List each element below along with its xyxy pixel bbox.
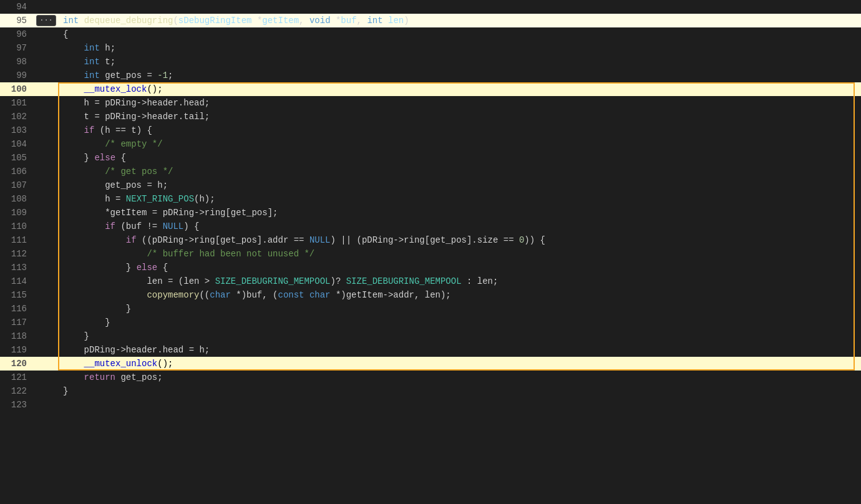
code-line: 113 } else {	[0, 261, 861, 274]
three-dots-area	[34, 316, 58, 329]
line-content: len = (len > SIZE_DEBUGRING_MEMPOOL)? SI…	[58, 274, 861, 288]
line-content	[58, 398, 861, 412]
code-line: 123	[0, 398, 861, 412]
code-line: 117 }	[0, 316, 861, 329]
three-dots-area	[34, 206, 58, 220]
code-line: 119 pDRing->header.head = h;	[0, 343, 861, 357]
code-line: 112 /* buffer had been not unused */	[0, 247, 861, 261]
line-number: 123	[0, 398, 34, 412]
code-area[interactable]: 94 95 ··· int dequeue_debugring(sDebugRi…	[0, 0, 861, 504]
line-number: 98	[0, 55, 34, 69]
code-line: 111 if ((pDRing->ring[get_pos].addr == N…	[0, 233, 861, 247]
code-line: 104 /* empty */	[0, 137, 861, 151]
line-number: 103	[0, 124, 34, 137]
line-number: 99	[0, 69, 34, 82]
three-dots-area	[34, 371, 58, 384]
three-dots-area	[34, 27, 58, 41]
line-number: 101	[0, 96, 34, 110]
code-line: 118 }	[0, 329, 861, 343]
line-number: 110	[0, 220, 34, 233]
line-content: /* get pos */	[58, 165, 861, 178]
three-dots-area	[34, 247, 58, 261]
three-dots-area	[34, 357, 58, 371]
code-line: 122 }	[0, 384, 861, 398]
code-line: 114 len = (len > SIZE_DEBUGRING_MEMPOOL)…	[0, 274, 861, 288]
code-line: 102 t = pDRing->header.tail;	[0, 110, 861, 124]
line-number: 119	[0, 343, 34, 357]
three-dots-area	[34, 165, 58, 178]
code-line: 110 if (buf != NULL) {	[0, 220, 861, 233]
line-number: 100	[0, 82, 34, 96]
line-content: if (buf != NULL) {	[58, 220, 861, 233]
line-number: 117	[0, 316, 34, 329]
line-content	[58, 0, 861, 14]
code-line: 105 } else {	[0, 151, 861, 165]
code-line: 115 copymemory((char *)buf, (const char …	[0, 288, 861, 302]
line-number: 114	[0, 274, 34, 288]
code-line: 103 if (h == t) {	[0, 124, 861, 137]
line-number: 111	[0, 233, 34, 247]
three-dots-area	[34, 178, 58, 192]
three-dots-button[interactable]: ···	[36, 15, 56, 26]
line-number: 112	[0, 247, 34, 261]
three-dots-area	[34, 384, 58, 398]
line-content: h = NEXT_RING_POS(h);	[58, 192, 861, 206]
line-number: 120	[0, 357, 34, 371]
line-content: int get_pos = -1;	[58, 69, 861, 82]
line-number: 118	[0, 329, 34, 343]
three-dots-area	[34, 124, 58, 137]
line-content: pDRing->header.head = h;	[58, 343, 861, 357]
line-content: }	[58, 384, 861, 398]
code-line: 98 int t;	[0, 55, 861, 69]
three-dots-area	[34, 220, 58, 233]
three-dots-area	[34, 274, 58, 288]
three-dots-area	[34, 137, 58, 151]
line-content: if (h == t) {	[58, 124, 861, 137]
code-line: 96 {	[0, 27, 861, 41]
three-dots-area	[34, 55, 58, 69]
line-number: 122	[0, 384, 34, 398]
line-number: 96	[0, 27, 34, 41]
three-dots-area	[34, 343, 58, 357]
code-line: 95 ··· int dequeue_debugring(sDebugRingI…	[0, 14, 861, 27]
line-content: return get_pos;	[58, 371, 861, 384]
line-number: 102	[0, 110, 34, 124]
line-number: 104	[0, 137, 34, 151]
line-number: 97	[0, 41, 34, 55]
code-line: 106 /* get pos */	[0, 165, 861, 178]
three-dots-area	[34, 82, 58, 96]
line-content: }	[58, 329, 861, 343]
code-line: 121 return get_pos;	[0, 371, 861, 384]
three-dots-area	[34, 41, 58, 55]
line-number: 105	[0, 151, 34, 165]
three-dots-area	[34, 110, 58, 124]
line-content: __mutex_lock();	[58, 82, 861, 96]
line-number: 113	[0, 261, 34, 274]
editor-container: 94 95 ··· int dequeue_debugring(sDebugRi…	[0, 0, 861, 504]
three-dots-area	[34, 0, 58, 14]
line-number: 108	[0, 192, 34, 206]
line-content: int t;	[58, 55, 861, 69]
three-dots-area[interactable]: ···	[34, 14, 58, 27]
line-content: h = pDRing->header.head;	[58, 96, 861, 110]
line-number: 115	[0, 288, 34, 302]
code-line: 109 *getItem = pDRing->ring[get_pos];	[0, 206, 861, 220]
three-dots-area	[34, 261, 58, 274]
line-content: __mutex_unlock();	[58, 357, 861, 371]
line-content: } else {	[58, 261, 861, 274]
code-line-highlighted: 120 __mutex_unlock();	[0, 357, 861, 371]
three-dots-area	[34, 302, 58, 316]
line-number: 107	[0, 178, 34, 192]
code-line-highlighted: 100 __mutex_lock();	[0, 82, 861, 96]
line-content: if ((pDRing->ring[get_pos].addr == NULL)…	[58, 233, 861, 247]
three-dots-area	[34, 96, 58, 110]
line-content: }	[58, 316, 861, 329]
line-content: }	[58, 302, 861, 316]
code-line: 97 int h;	[0, 41, 861, 55]
line-number: 109	[0, 206, 34, 220]
line-content: } else {	[58, 151, 861, 165]
line-content: {	[58, 27, 861, 41]
line-content: get_pos = h;	[58, 178, 861, 192]
code-line: 108 h = NEXT_RING_POS(h);	[0, 192, 861, 206]
code-line: 99 int get_pos = -1;	[0, 69, 861, 82]
